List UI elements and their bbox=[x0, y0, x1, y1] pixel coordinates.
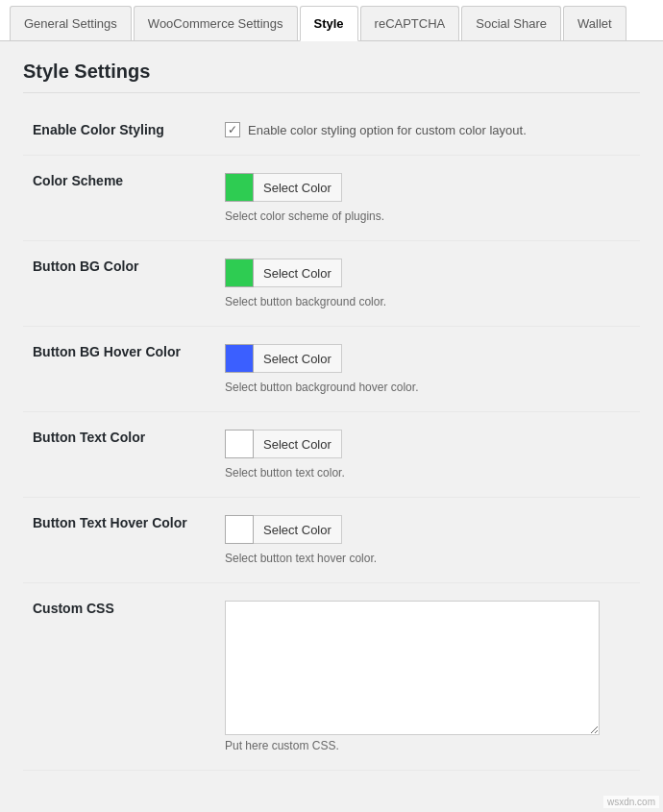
button-text-hover-color-picker: Select Color bbox=[225, 515, 630, 544]
enable-color-styling-checkbox[interactable]: ✓ bbox=[225, 122, 240, 137]
button-text-color-button[interactable]: Select Color bbox=[254, 430, 342, 458]
button-bg-hover-color-button[interactable]: Select Color bbox=[254, 344, 342, 373]
settings-table: Enable Color Styling ✓ Enable color styl… bbox=[23, 105, 640, 771]
button-bg-color-value: Select Color Select button background co… bbox=[215, 241, 640, 327]
tab-wallet[interactable]: Wallet bbox=[563, 6, 626, 40]
button-text-hover-color-swatch[interactable] bbox=[225, 515, 254, 544]
tab-woocommerce[interactable]: WooCommerce Settings bbox=[134, 6, 298, 40]
button-text-color-picker: Select Color bbox=[225, 430, 630, 458]
page-title: Style Settings bbox=[23, 61, 640, 93]
checkbox-row: ✓ Enable color styling option for custom… bbox=[225, 122, 630, 137]
button-bg-color-button[interactable]: Select Color bbox=[254, 258, 342, 287]
button-text-color-description: Select button text color. bbox=[225, 466, 630, 480]
button-text-color-row: Button Text Color Select Color Select bu… bbox=[23, 412, 640, 498]
button-bg-color-swatch[interactable] bbox=[225, 258, 254, 287]
color-scheme-label: Color Scheme bbox=[23, 156, 215, 241]
tab-bar: General Settings WooCommerce Settings St… bbox=[0, 0, 663, 41]
button-bg-hover-color-row: Button BG Hover Color Select Color Selec… bbox=[23, 327, 640, 412]
custom-css-label: Custom CSS bbox=[23, 583, 215, 771]
enable-color-styling-description: Enable color styling option for custom c… bbox=[248, 123, 527, 137]
button-bg-color-row: Button BG Color Select Color Select butt… bbox=[23, 241, 640, 327]
button-bg-hover-color-swatch[interactable] bbox=[225, 344, 254, 373]
color-scheme-row: Color Scheme Select Color Select color s… bbox=[23, 156, 640, 241]
tab-recaptcha[interactable]: reCAPTCHA bbox=[360, 6, 460, 40]
color-scheme-button[interactable]: Select Color bbox=[254, 173, 342, 202]
enable-color-styling-value: ✓ Enable color styling option for custom… bbox=[215, 105, 640, 156]
custom-css-textarea[interactable] bbox=[225, 601, 600, 735]
button-bg-hover-color-value: Select Color Select button background ho… bbox=[215, 327, 640, 412]
button-bg-color-picker: Select Color bbox=[225, 258, 630, 287]
custom-css-row: Custom CSS Put here custom CSS. bbox=[23, 583, 640, 771]
button-text-color-label: Button Text Color bbox=[23, 412, 215, 498]
button-bg-hover-color-description: Select button background hover color. bbox=[225, 381, 630, 394]
color-scheme-description: Select color scheme of plugins. bbox=[225, 209, 630, 223]
color-scheme-swatch[interactable] bbox=[225, 173, 254, 202]
main-content: Style Settings Enable Color Styling ✓ En… bbox=[0, 41, 663, 810]
enable-color-styling-row: Enable Color Styling ✓ Enable color styl… bbox=[23, 105, 640, 156]
button-text-color-value: Select Color Select button text color. bbox=[215, 412, 640, 498]
custom-css-value: Put here custom CSS. bbox=[215, 583, 640, 771]
button-text-hover-color-description: Select button text hover color. bbox=[225, 552, 630, 565]
button-text-hover-color-button[interactable]: Select Color bbox=[254, 515, 342, 544]
button-bg-hover-color-picker: Select Color bbox=[225, 344, 630, 373]
button-text-hover-color-label: Button Text Hover Color bbox=[23, 498, 215, 583]
button-text-hover-color-row: Button Text Hover Color Select Color Sel… bbox=[23, 498, 640, 583]
button-text-hover-color-value: Select Color Select button text hover co… bbox=[215, 498, 640, 583]
button-bg-hover-color-label: Button BG Hover Color bbox=[23, 327, 215, 412]
tab-style[interactable]: Style bbox=[300, 6, 358, 41]
button-bg-color-label: Button BG Color bbox=[23, 241, 215, 327]
tab-social-share[interactable]: Social Share bbox=[461, 6, 561, 40]
enable-color-styling-label: Enable Color Styling bbox=[23, 105, 215, 156]
button-text-color-swatch[interactable] bbox=[225, 430, 254, 458]
tab-general[interactable]: General Settings bbox=[10, 6, 132, 40]
watermark: wsxdn.com bbox=[603, 796, 659, 808]
color-scheme-picker: Select Color bbox=[225, 173, 630, 202]
color-scheme-value: Select Color Select color scheme of plug… bbox=[215, 156, 640, 241]
button-bg-color-description: Select button background color. bbox=[225, 295, 630, 308]
custom-css-description: Put here custom CSS. bbox=[225, 739, 630, 752]
